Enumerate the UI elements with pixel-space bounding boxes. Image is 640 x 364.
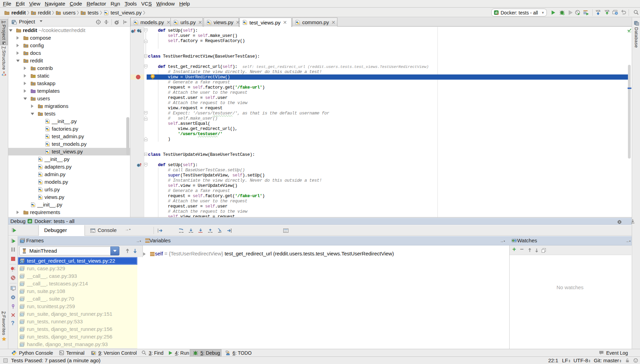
svg-text:VCS: VCS — [596, 10, 601, 12]
svg-text:di: di — [29, 220, 31, 223]
svg-text:di: di — [495, 11, 498, 14]
svg-text:VCS: VCS — [605, 10, 610, 12]
